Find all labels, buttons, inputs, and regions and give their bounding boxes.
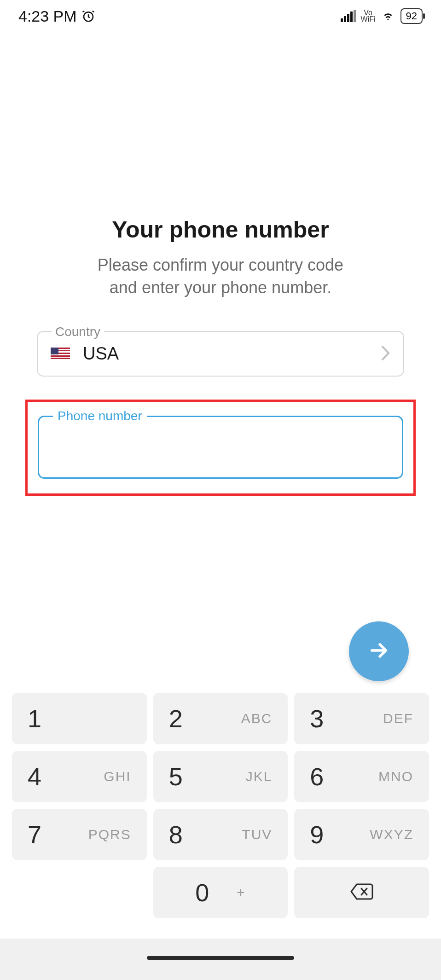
svg-rect-5: [354, 10, 356, 22]
subtitle-line-1: Please confirm your country code: [98, 255, 343, 274]
key-7[interactable]: 7 PQRS: [12, 809, 147, 860]
key-blank: [12, 867, 147, 918]
key-digit: 4: [28, 762, 41, 791]
status-time: 4:23 PM: [18, 7, 77, 25]
phone-number-label: Phone number: [53, 409, 147, 423]
key-digit: 0: [195, 878, 209, 907]
next-button[interactable]: [349, 621, 409, 681]
country-label: Country: [52, 325, 104, 339]
backspace-icon: [349, 882, 374, 903]
svg-rect-3: [347, 14, 349, 22]
alarm-icon: [81, 9, 95, 23]
key-letters: WXYZ: [370, 827, 413, 842]
key-letters: JKL: [246, 769, 273, 784]
key-digit: 6: [310, 762, 324, 791]
chevron-right-icon: [379, 344, 390, 364]
numeric-keypad: 1 2 ABC 3 DEF 4 GHI 5 JKL 6 MNO 7 PQRS: [0, 687, 441, 980]
key-digit: 9: [310, 820, 324, 849]
wifi-icon: [380, 10, 396, 22]
key-digit: 5: [169, 762, 183, 791]
phone-number-highlight: Phone number: [25, 400, 416, 496]
vowifi-indicator: Vo WiFi: [361, 10, 376, 23]
key-letters: DEF: [383, 711, 413, 726]
svg-rect-2: [344, 16, 346, 22]
page-subtitle: Please confirm your country code and ent…: [0, 254, 441, 299]
key-letters: +: [237, 885, 246, 900]
key-5[interactable]: 5 JKL: [153, 751, 288, 802]
status-left: 4:23 PM: [18, 7, 95, 25]
key-digit: 8: [169, 820, 183, 849]
svg-rect-1: [341, 18, 343, 22]
key-9[interactable]: 9 WXYZ: [294, 809, 429, 860]
phone-number-input[interactable]: [52, 437, 389, 457]
key-digit: 1: [28, 704, 41, 733]
key-1[interactable]: 1: [12, 693, 147, 744]
country-selector[interactable]: Country USA: [37, 331, 404, 377]
key-digit: 3: [310, 704, 324, 733]
key-0[interactable]: 0 +: [153, 867, 288, 918]
key-3[interactable]: 3 DEF: [294, 693, 429, 744]
arrow-right-icon: [367, 638, 391, 664]
key-4[interactable]: 4 GHI: [12, 751, 147, 802]
key-backspace[interactable]: [294, 867, 429, 918]
phone-number-field[interactable]: Phone number: [38, 416, 403, 479]
status-bar: 4:23 PM Vo WiFi: [0, 0, 441, 32]
page-title: Your phone number: [0, 216, 441, 243]
svg-rect-4: [350, 12, 353, 22]
battery-indicator: 92: [400, 8, 423, 24]
country-field-wrap: Country USA: [37, 331, 404, 377]
home-indicator[interactable]: [147, 956, 294, 960]
signal-icon: [341, 10, 356, 22]
usa-flag-icon: [51, 348, 70, 360]
key-digit: 7: [28, 820, 41, 849]
key-letters: GHI: [104, 769, 131, 784]
status-right: Vo WiFi 92: [341, 8, 423, 24]
key-letters: PQRS: [88, 827, 131, 842]
country-value: USA: [83, 344, 379, 364]
key-letters: ABC: [241, 711, 273, 726]
key-6[interactable]: 6 MNO: [294, 751, 429, 802]
subtitle-line-2: and enter your phone number.: [110, 278, 331, 297]
key-digit: 2: [169, 704, 183, 733]
key-8[interactable]: 8 TUV: [153, 809, 288, 860]
key-letters: MNO: [378, 769, 413, 784]
key-letters: TUV: [242, 827, 272, 842]
key-2[interactable]: 2 ABC: [153, 693, 288, 744]
